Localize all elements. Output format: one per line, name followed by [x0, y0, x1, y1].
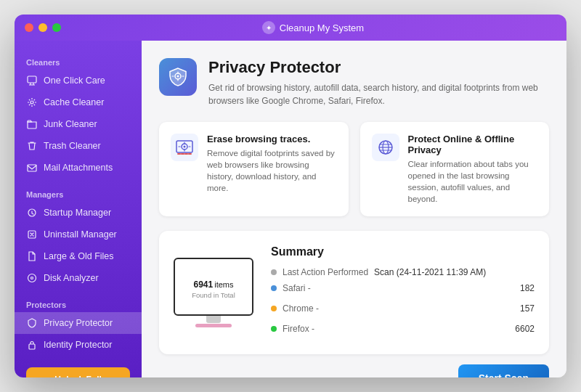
erase-traces-icon	[171, 134, 198, 161]
summary-title: Summary	[271, 245, 535, 258]
monitor-screen: 6941items Found in Total	[174, 258, 253, 316]
minimize-button[interactable]	[38, 23, 47, 32]
chrome-dot	[271, 306, 277, 311]
sidebar-label-trash-cleaner: Trash Cleaner	[44, 141, 101, 151]
firefox-value: 6602	[515, 324, 535, 334]
main-content: Cleaners One Click Care	[15, 41, 566, 377]
sidebar-label-startup-manager: Startup Manager	[44, 208, 111, 218]
content-header: Privacy Protector Get rid of browsing hi…	[159, 58, 549, 107]
summary-row-safari: Safari - 182	[271, 283, 535, 293]
sidebar-section-cleaners: Cleaners	[15, 52, 142, 70]
feature-card-erase-text: Erase browsing traces. Remove digital fo…	[207, 134, 337, 194]
items-unit: items	[214, 280, 233, 289]
feature-card-protect-text: Protect Online & Offline Privacy Clear i…	[408, 134, 538, 205]
privacy-protector-icon	[159, 58, 197, 96]
items-count: 6941items	[194, 274, 234, 291]
close-button[interactable]	[25, 23, 33, 32]
monitor-base	[195, 324, 232, 327]
feature-erase-title: Erase browsing traces.	[207, 134, 337, 144]
sidebar-item-trash-cleaner[interactable]: Trash Cleaner	[15, 135, 142, 157]
summary-action-row: Last Action Performed Scan (24-11-2021 1…	[271, 267, 535, 277]
firefox-label: Firefox -	[283, 324, 314, 334]
traffic-lights	[25, 23, 61, 32]
page-title: Privacy Protector	[208, 58, 549, 77]
sidebar-item-mail-attachments[interactable]: Mail Attachments	[15, 157, 142, 179]
safari-label: Safari -	[283, 283, 311, 293]
content-area: Privacy Protector Get rid of browsing hi…	[142, 41, 566, 377]
monitor-graphic: 6941items Found in Total	[174, 258, 253, 327]
sidebar-label-identity-protector: Identity Protector	[44, 340, 113, 350]
sidebar-section-protectors: Protectors	[15, 295, 142, 312]
feature-card-erase: Erase browsing traces. Remove digital fo…	[159, 122, 349, 216]
svg-point-7	[28, 274, 36, 282]
sidebar-item-cache-cleaner[interactable]: Cache Cleaner	[15, 91, 142, 113]
summary-panel: 6941items Found in Total Summary Last Ac…	[159, 231, 549, 354]
title-bar-text: ✦ Cleanup My System	[70, 21, 556, 34]
sidebar-label-one-click-care: One Click Care	[44, 75, 105, 86]
summary-details: Summary Last Action Performed Scan (24-1…	[271, 245, 535, 340]
chrome-value: 157	[520, 303, 535, 314]
folder-icon	[26, 118, 38, 130]
title-bar: ✦ Cleanup My System	[15, 15, 566, 41]
sidebar-section-managers: Managers	[15, 184, 142, 202]
svg-point-15	[184, 146, 186, 148]
action-value: Scan (24-11-2021 11:39 AM)	[374, 267, 486, 277]
firefox-dot	[271, 326, 277, 332]
unlock-full-version-button[interactable]: Unlock Full Version	[26, 367, 130, 377]
sidebar-label-privacy-protector: Privacy Protector	[44, 318, 113, 328]
app-window: ✦ Cleanup My System Cleaners One Click C…	[15, 15, 566, 377]
startup-icon	[26, 207, 38, 219]
files-icon	[26, 250, 38, 262]
summary-row-firefox: Firefox - 6602	[271, 324, 535, 334]
svg-point-4	[31, 101, 33, 104]
sidebar-item-identity-protector[interactable]: Identity Protector	[15, 334, 142, 356]
sidebar-item-uninstall-manager[interactable]: Uninstall Manager	[15, 224, 142, 245]
disk-icon	[26, 272, 38, 284]
svg-rect-5	[28, 165, 36, 171]
sidebar-label-mail-attachments: Mail Attachments	[44, 163, 113, 173]
page-description: Get rid of browsing history, autofill da…	[208, 81, 549, 107]
trash-icon	[26, 140, 38, 152]
maximize-button[interactable]	[52, 23, 61, 32]
content-header-text: Privacy Protector Get rid of browsing hi…	[208, 58, 549, 107]
sidebar-label-disk-analyzer: Disk Analyzer	[44, 273, 99, 283]
start-scan-button[interactable]: Start Scan	[458, 364, 549, 377]
shield-icon	[26, 317, 38, 329]
svg-rect-9	[29, 344, 35, 349]
action-label: Last Action Performed	[283, 267, 368, 277]
feature-erase-desc: Remove digital footprints saved by web b…	[207, 147, 337, 194]
safari-dot	[271, 285, 277, 291]
app-title: Cleanup My System	[280, 23, 364, 33]
sidebar-item-one-click-care[interactable]: One Click Care	[15, 70, 142, 91]
sidebar-label-cache-cleaner: Cache Cleaner	[44, 97, 104, 107]
sidebar-label-large-old-files: Large & Old Files	[44, 251, 114, 261]
monitor-stand	[206, 316, 221, 323]
sidebar-label-uninstall-manager: Uninstall Manager	[44, 229, 117, 240]
feature-protect-desc: Clear information about tabs you opened …	[408, 158, 538, 205]
feature-protect-title: Protect Online & Offline Privacy	[408, 134, 538, 155]
svg-rect-0	[28, 76, 36, 83]
sidebar-bottom: Unlock Full Version	[15, 356, 142, 377]
summary-row-chrome: Chrome - 157	[271, 303, 535, 314]
sidebar-item-privacy-protector[interactable]: Privacy Protector	[15, 312, 142, 334]
sidebar-item-large-old-files[interactable]: Large & Old Files	[15, 245, 142, 267]
content-footer: Start Scan	[159, 354, 549, 377]
feature-card-protect: Protect Online & Offline Privacy Clear i…	[360, 122, 550, 216]
monitor-icon	[26, 75, 38, 86]
sidebar-item-startup-manager[interactable]: Startup Manager	[15, 202, 142, 224]
uninstall-icon	[26, 229, 38, 240]
safari-value: 182	[520, 283, 535, 293]
chrome-label: Chrome -	[283, 303, 319, 314]
gear-icon	[26, 97, 38, 108]
protect-privacy-icon	[372, 134, 399, 161]
sidebar-label-junk-cleaner: Junk Cleaner	[44, 119, 97, 129]
items-found-label: Found in Total	[192, 291, 235, 299]
sidebar-item-disk-analyzer[interactable]: Disk Analyzer	[15, 267, 142, 289]
sidebar-item-junk-cleaner[interactable]: Junk Cleaner	[15, 113, 142, 135]
svg-point-8	[31, 277, 33, 279]
app-icon: ✦	[262, 21, 275, 34]
action-dot	[271, 269, 277, 275]
sidebar: Cleaners One Click Care	[15, 41, 142, 377]
features-row: Erase browsing traces. Remove digital fo…	[159, 122, 549, 216]
mail-icon	[26, 162, 38, 173]
